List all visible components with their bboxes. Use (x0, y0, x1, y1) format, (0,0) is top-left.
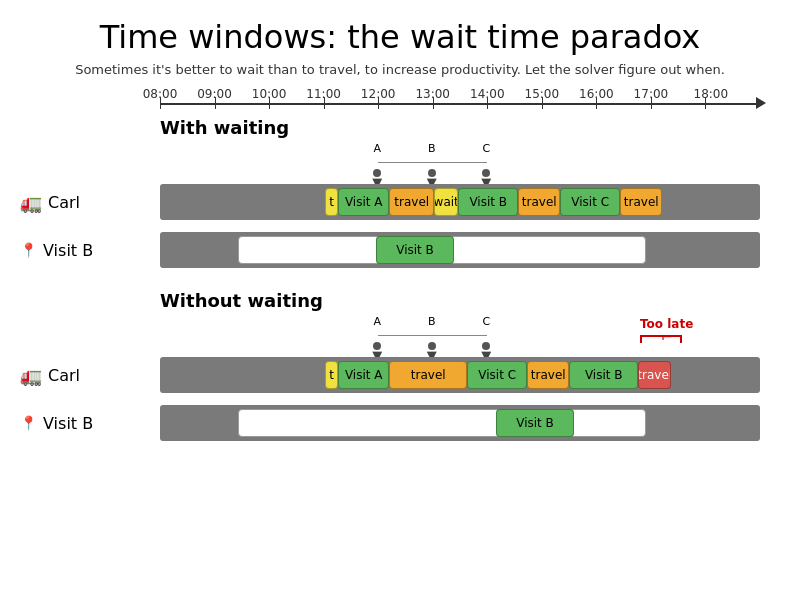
without-waiting-waypoints: A ▼ B ▼ C ▼ Too late ⌐ (160, 315, 760, 351)
timeline-ruler: 08:00 09:00 10:00 11:00 12:00 13:00 14:0… (160, 87, 760, 117)
visit-b-label-2: 📍 Visit B (20, 414, 160, 433)
with-waiting-header: With waiting (160, 117, 780, 138)
visit-b-name-2: Visit B (43, 414, 93, 433)
visit-b-label-1: 📍 Visit B (20, 241, 160, 260)
pin-icon-1: 📍 (20, 242, 37, 258)
carl-name-2: Carl (48, 366, 80, 385)
too-late-container: Too late ⌐ (640, 313, 693, 332)
bar-visit-a2: Visit A (338, 361, 389, 389)
bar-visit-b1: Visit B (458, 188, 518, 216)
bar-t1: t (325, 188, 338, 216)
visit-b-bg-1: Visit B (160, 232, 760, 268)
bar-travel5: travel (527, 361, 569, 389)
waypoint-c-1: C ▼ (481, 142, 491, 190)
timeline-axis (160, 103, 760, 105)
pin-icon-2: 📍 (20, 415, 37, 431)
carl-bg-1: t Visit A travel wait Visit B travel Vis… (160, 184, 760, 220)
bar-visit-c2: Visit C (467, 361, 527, 389)
bar-visit-a1: Visit A (338, 188, 389, 216)
with-waiting-waypoints: A ▼ B ▼ C ▼ (160, 142, 760, 178)
carl-row-with-waiting: 🚛 Carl t Visit A travel wait Visit B tra… (20, 180, 780, 224)
bar-travel3: travel (620, 188, 662, 216)
truck-icon-1: 🚛 (20, 192, 42, 213)
bar-t2: t (325, 361, 338, 389)
bar-visit-b2: Visit B (569, 361, 638, 389)
bar-wait1: wait (434, 188, 458, 216)
bar-travel4: travel (389, 361, 467, 389)
waypoint-a-2: A ▼ (372, 315, 382, 363)
visit-b-bar-1: Visit B (376, 236, 454, 264)
bar-travel1: travel (389, 188, 434, 216)
visit-b-row-2: 📍 Visit B Visit B (20, 401, 780, 445)
diagram-area: 08:00 09:00 10:00 11:00 12:00 13:00 14:0… (20, 87, 780, 445)
without-waiting-header: Without waiting (160, 290, 780, 311)
waypoint-a-1: A ▼ (372, 142, 382, 190)
carl-row-without-waiting: 🚛 Carl t Visit A travel Visit C travel V… (20, 353, 780, 397)
waypoint-b-1: B ▼ (427, 142, 437, 190)
subtitle: Sometimes it's better to wait than to tr… (0, 62, 800, 77)
timeline-arrow (756, 97, 766, 109)
page-title: Time windows: the wait time paradox (0, 0, 800, 62)
carl-label-2: 🚛 Carl (20, 365, 160, 386)
too-late-bracket (640, 335, 682, 343)
bar-visit-c1: Visit C (560, 188, 620, 216)
carl-label-1: 🚛 Carl (20, 192, 160, 213)
visit-b-name-1: Visit B (43, 241, 93, 260)
carl-name-1: Carl (48, 193, 80, 212)
visit-b-bg-2: Visit B (160, 405, 760, 441)
visit-b-bar-2: Visit B (496, 409, 574, 437)
carl-bg-2: t Visit A travel Visit C travel Visit B … (160, 357, 760, 393)
waypoint-b-2: B ▼ (427, 315, 437, 363)
visit-b-row-1: 📍 Visit B Visit B (20, 228, 780, 272)
bar-travel6-red: travel (638, 361, 671, 389)
time-18: 18:00 (694, 87, 729, 101)
waypoint-c-2: C ▼ (481, 315, 491, 363)
bar-travel2: travel (518, 188, 560, 216)
visit-b-window-2 (238, 409, 646, 437)
truck-icon-2: 🚛 (20, 365, 42, 386)
